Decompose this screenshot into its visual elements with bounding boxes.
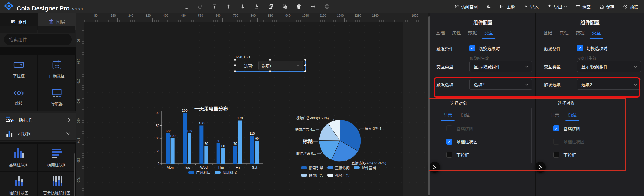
undo-icon[interactable]: [183, 4, 189, 10]
ruler-label: 960: [283, 14, 292, 17]
component-card-horizontal-column[interactable]: 横向柱状图: [38, 144, 75, 171]
resize-handle[interactable]: [269, 70, 271, 72]
bar-chart[interactable]: 050100150200Mon120100Tue200120Wed15070Th…: [156, 108, 267, 171]
chevron-down-icon: [525, 66, 528, 68]
sidebar-section-column-chart[interactable]: 柱状图: [0, 127, 76, 141]
panel-title: 组件配置: [536, 19, 644, 26]
tab-hide[interactable]: 隐藏: [461, 112, 470, 121]
legend-item[interactable]: 直接访问: [327, 165, 350, 170]
tab-hide[interactable]: 隐藏: [568, 112, 577, 121]
checkbox-basic-column[interactable]: [553, 139, 559, 145]
dropdown-label: 选项:: [244, 63, 253, 69]
legend-item[interactable]: 搜索引擎: [301, 165, 323, 170]
resize-handle[interactable]: [304, 64, 306, 66]
interaction-type-select[interactable]: 显示/隐藏组件: [469, 61, 532, 72]
resize-handle[interactable]: [269, 59, 271, 61]
clipped-card[interactable]: [0, 26, 37, 33]
trigger-condition-option: 切换选项时: [577, 45, 607, 51]
calendar-icon: [51, 60, 63, 70]
preview-button[interactable]: 预览: [623, 4, 638, 10]
tab-show[interactable]: 显示: [550, 112, 559, 121]
checkbox-dropdown[interactable]: [446, 152, 452, 158]
checkbox-basic-column[interactable]: [446, 139, 452, 145]
ruler-label: 630: [77, 158, 80, 163]
component-card-navigator[interactable]: 导航器: [38, 83, 75, 111]
trigger-option-select[interactable]: 选项2: [469, 79, 532, 90]
horizontal-column-icon: [51, 148, 63, 159]
tab-basic[interactable]: 基础: [543, 29, 552, 39]
svg-text:Tue: Tue: [184, 165, 190, 170]
panel-scrollbar[interactable]: [428, 16, 430, 195]
panel-tabs: 基础 属性 数据 交互: [436, 29, 493, 39]
trigger-condition-checkbox[interactable]: [469, 45, 475, 51]
design-canvas[interactable]: 8016024032040048056064072080088096010401…: [76, 13, 428, 196]
tab-show[interactable]: 显示: [443, 112, 452, 121]
resize-handle[interactable]: [234, 70, 236, 72]
export-button[interactable]: 导出: [547, 4, 567, 10]
pie-chart-title: 标题一: [295, 137, 325, 145]
checkbox-basic-pie[interactable]: [553, 125, 559, 131]
legend-item[interactable]: 联盟广告: [301, 173, 323, 178]
legend-item[interactable]: 广州机房: [188, 170, 211, 175]
move-down-icon[interactable]: [240, 4, 246, 10]
resize-handle[interactable]: [304, 70, 306, 72]
save-button[interactable]: 保存: [599, 4, 614, 10]
component-card-percent-stacked-column[interactable]: 百分比堆积柱图: [38, 172, 75, 196]
trigger-option-select[interactable]: 选项2: [577, 79, 641, 90]
clear-button[interactable]: 清空: [575, 4, 591, 10]
move-up-icon[interactable]: [226, 4, 232, 10]
selected-dropdown-component[interactable]: 选项: 选项1: [235, 60, 306, 72]
ruler-label: 720: [231, 14, 240, 17]
tab-data[interactable]: 数据: [468, 29, 477, 39]
component-card-stacked-column[interactable]: 堆积柱状图: [0, 172, 37, 196]
percent-stacked-column-icon: [51, 176, 63, 187]
component-card-dropdown[interactable]: 下拉框: [0, 55, 37, 83]
tab-basic[interactable]: 基础: [436, 29, 445, 39]
import-button[interactable]: 导入: [523, 4, 539, 10]
search-input[interactable]: [8, 37, 69, 42]
tab-interaction[interactable]: 交互: [484, 29, 493, 39]
tab-interaction[interactable]: 交互: [592, 29, 601, 39]
component-card-jump[interactable]: 跳转: [0, 83, 37, 111]
move-to-top-icon[interactable]: [211, 4, 217, 10]
target-header: 选择对象: [558, 100, 575, 106]
distribute-horizontal-icon[interactable]: [310, 4, 316, 10]
paste-icon[interactable]: [282, 4, 288, 10]
legend-item[interactable]: 视频广告: [327, 173, 350, 178]
bar-chart-title: 一天用电量分布: [166, 105, 256, 112]
svg-text:110: 110: [250, 132, 255, 135]
legend-item[interactable]: 邮件营销: [354, 165, 376, 170]
move-to-bottom-icon[interactable]: [254, 4, 260, 10]
ruler-label: 480: [179, 14, 188, 17]
target-box: 显示 隐藏 基础饼图 基础柱状图 下拉框: [543, 108, 640, 163]
theme-button[interactable]: 主题: [500, 4, 515, 10]
delete-icon[interactable]: [296, 4, 302, 10]
panel-collapse-handle[interactable]: [535, 162, 546, 173]
trigger-condition-checkbox[interactable]: [577, 45, 583, 51]
stacked-column-icon: [13, 176, 25, 187]
svg-text:100: 100: [156, 136, 159, 140]
dark-mode-button[interactable]: [486, 4, 491, 9]
visit-site-button[interactable]: 访问官网: [454, 4, 478, 10]
redo-icon[interactable]: [197, 4, 203, 10]
checkbox-basic-pie[interactable]: [446, 125, 452, 131]
target-item-dropdown: 下拉框: [446, 152, 469, 158]
sidebar-section-kpi[interactable]: 123 指标卡: [0, 113, 76, 127]
dropdown-select[interactable]: 选项1: [258, 61, 303, 70]
tab-data[interactable]: 数据: [576, 29, 585, 39]
copy-icon[interactable]: [268, 4, 274, 10]
interaction-type-select[interactable]: 显示/隐藏组件: [577, 61, 641, 72]
checkbox-dropdown[interactable]: [553, 152, 559, 158]
panel-collapse-handle[interactable]: [429, 162, 440, 173]
clipped-card[interactable]: [38, 26, 75, 33]
app-window: Cola Designer Pro v 2.3.1 访问官网: [0, 0, 644, 196]
resize-handle[interactable]: [234, 64, 236, 66]
tab-attributes[interactable]: 属性: [452, 29, 461, 39]
resize-handle[interactable]: [304, 59, 306, 61]
legend-item[interactable]: 深圳机房: [215, 170, 237, 175]
component-card-basic-column[interactable]: 基础柱状图: [0, 144, 37, 171]
record-icon[interactable]: [324, 4, 330, 10]
tab-attributes[interactable]: 属性: [560, 29, 569, 39]
sidebar-scrollbar[interactable]: [74, 153, 75, 196]
component-card-datepicker[interactable]: 日期选择: [38, 55, 75, 83]
